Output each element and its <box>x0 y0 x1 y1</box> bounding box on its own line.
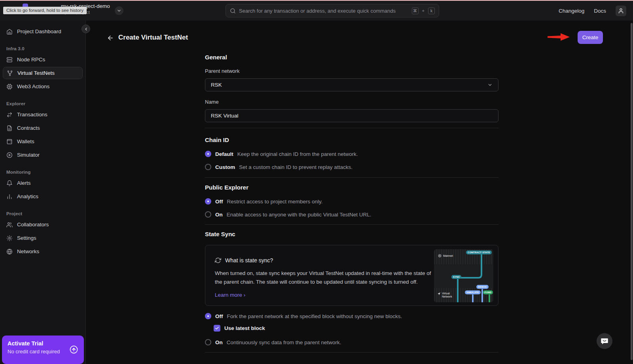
check-icon <box>215 326 219 330</box>
bar-chart-icon <box>6 193 13 200</box>
sidebar-item-web3-actions[interactable]: Web3 Actions <box>0 80 85 93</box>
sidebar-item-wallets[interactable]: Wallets <box>0 135 85 148</box>
swap-arrows-icon <box>6 112 13 118</box>
checkbox-label: Use latest block <box>224 325 265 331</box>
state-sync-option-on[interactable]: On Continuously sync data from the paren… <box>205 339 498 345</box>
chain-id-option-default[interactable]: Default Keep the original chain ID from … <box>205 151 498 157</box>
browser-nav-tooltip: Click to go forward, hold to see history <box>3 7 87 14</box>
user-menu-button[interactable] <box>616 6 626 16</box>
global-search[interactable]: ⌘ + k <box>226 4 439 17</box>
radio-unselected[interactable] <box>205 211 211 218</box>
project-dropdown-button[interactable] <box>115 6 123 15</box>
radio-desc: Enable access to anyone with the public … <box>227 212 371 218</box>
sidebar-item-label: Node RPCs <box>17 57 45 63</box>
radio-label: Default <box>215 151 233 157</box>
sidebar-item-simulator[interactable]: Simulator <box>0 149 85 161</box>
state-sync-option-off[interactable]: Off Fork the parent network at the speci… <box>205 313 498 319</box>
sidebar: Project Dashboard Infra 3.0 Node RPCs Vi… <box>0 21 86 364</box>
create-testnet-form: General Parent network RSK Name Chain ID… <box>205 21 498 353</box>
cpu-icon <box>6 83 13 90</box>
sidebar-item-alerts[interactable]: Alerts <box>0 177 85 189</box>
chat-bubble-icon <box>600 337 609 345</box>
play-circle-icon <box>6 152 13 158</box>
search-input[interactable] <box>239 8 409 14</box>
sidebar-item-label: Web3 Actions <box>17 83 49 89</box>
changelog-link[interactable]: Changelog <box>559 8 584 14</box>
sidebar-item-label: Contracts <box>17 125 40 131</box>
public-explorer-option-off[interactable]: Off Restrict access to project members o… <box>205 198 498 205</box>
use-latest-block-row[interactable]: Use latest block <box>214 325 498 332</box>
sidebar-section-project: Project <box>0 211 85 216</box>
sidebar-item-label: Transactions <box>17 112 47 118</box>
state-sync-diagram: Mainnet CONTRACT STATE SYNC SIMULATE DEB… <box>434 249 493 302</box>
sidebar-item-collaborators[interactable]: Collaborators <box>0 218 85 231</box>
divider <box>205 224 498 225</box>
sidebar-section-infra: Infra 3.0 <box>0 46 85 51</box>
diagram-mainnet-label: Mainnet <box>438 254 453 258</box>
divider <box>205 352 498 353</box>
sidebar-item-virtual-testnets[interactable]: Virtual TestNets <box>3 67 83 79</box>
radio-unselected[interactable] <box>205 164 211 170</box>
main-content: Create Virtual TestNet Create General Pa… <box>86 21 633 364</box>
bell-icon <box>6 180 13 186</box>
radio-selected[interactable] <box>205 198 211 205</box>
top-loading-bar <box>0 0 633 1</box>
sidebar-section-monitoring: Monitoring <box>0 170 85 174</box>
radio-unselected[interactable] <box>205 339 211 345</box>
plus-separator: + <box>422 8 425 13</box>
sidebar-item-settings[interactable]: Settings <box>0 232 85 244</box>
person-icon <box>618 8 624 14</box>
learn-more-link[interactable]: Learn more › <box>215 292 245 298</box>
name-input[interactable] <box>205 109 498 122</box>
sidebar-item-analytics[interactable]: Analytics <box>0 190 85 203</box>
chain-id-option-custom[interactable]: Custom Set a custom chain ID to prevent … <box>205 164 498 170</box>
parent-network-value: RSK <box>211 82 222 88</box>
radio-label: On <box>215 212 223 218</box>
radio-desc: Continuously sync data from the parent n… <box>227 339 341 345</box>
sidebar-item-label: Analytics <box>17 193 38 199</box>
public-explorer-option-on[interactable]: On Enable access to anyone with the publ… <box>205 211 498 218</box>
radio-selected[interactable] <box>205 151 211 157</box>
home-icon <box>6 28 13 35</box>
vertical-scrollbar[interactable] <box>631 23 633 360</box>
sidebar-item-label: Wallets <box>17 138 34 144</box>
diagram-badge-simulate: SIMULATE <box>465 290 481 294</box>
mainnet-icon <box>438 254 442 258</box>
globe-icon <box>6 248 13 255</box>
annotation-red-arrow <box>548 32 570 42</box>
state-sync-info-body: When turned on, state sync keeps your Vi… <box>215 269 434 286</box>
checkbox-checked[interactable] <box>214 325 220 332</box>
sidebar-item-label: Networks <box>17 248 39 254</box>
sidebar-section-explorer: Explorer <box>0 101 85 106</box>
radio-selected[interactable] <box>205 313 211 319</box>
docs-link[interactable]: Docs <box>594 8 606 14</box>
sidebar-item-label: Simulator <box>17 152 40 158</box>
chevron-left-icon <box>84 27 88 31</box>
sidebar-item-node-rpcs[interactable]: Node RPCs <box>0 53 85 66</box>
wallet-icon <box>6 138 13 145</box>
radio-label: Off <box>215 313 223 319</box>
arrow-up-circle-icon <box>69 345 78 354</box>
chevron-down-icon <box>117 8 121 13</box>
activate-trial-banner[interactable]: Activate Trial No credit card required <box>2 336 84 364</box>
parent-network-select[interactable]: RSK <box>205 78 498 91</box>
contract-file-icon <box>6 125 13 131</box>
name-label: Name <box>205 99 498 105</box>
section-heading-general: General <box>205 54 498 61</box>
sidebar-item-transactions[interactable]: Transactions <box>0 108 85 121</box>
radio-label: On <box>215 339 223 345</box>
sidebar-item-networks[interactable]: Networks <box>0 245 85 258</box>
back-button[interactable] <box>105 33 116 43</box>
state-sync-info-card: What is state sync? When turned on, stat… <box>205 245 498 306</box>
create-button[interactable]: Create <box>578 31 603 44</box>
sidebar-collapse-button[interactable] <box>81 25 90 33</box>
divider <box>205 177 498 178</box>
sidebar-item-contracts[interactable]: Contracts <box>0 122 85 134</box>
sidebar-item-label: Settings <box>17 235 36 241</box>
sidebar-item-label: Collaborators <box>17 222 49 228</box>
radio-desc: Restrict access to project members only. <box>227 199 323 205</box>
support-chat-button[interactable] <box>597 333 612 349</box>
sidebar-item-project-dashboard[interactable]: Project Dashboard <box>0 25 85 38</box>
radio-desc: Keep the original chain ID from the pare… <box>237 151 358 157</box>
section-heading-chain-id: Chain ID <box>205 136 498 143</box>
